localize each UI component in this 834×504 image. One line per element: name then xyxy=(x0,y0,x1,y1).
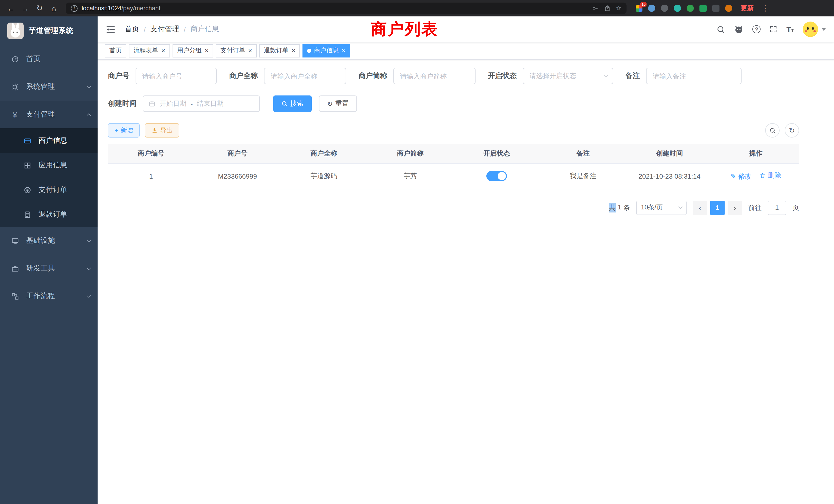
sidebar-item-home[interactable]: 首页 xyxy=(0,45,97,73)
filter-row-1: 商户号 商户全称 商户简称 开启状态 请选择开启状态 xyxy=(108,68,799,84)
app-title: 芋道管理系统 xyxy=(29,26,73,36)
github-icon[interactable] xyxy=(734,24,744,34)
goto-page-input[interactable] xyxy=(768,201,786,215)
sidebar-item-label: 系统管理 xyxy=(26,82,55,91)
edit-link[interactable]: ✎ 修改 xyxy=(730,172,751,181)
sidebar-item-label: 应用信息 xyxy=(39,161,67,170)
user-avatar[interactable] xyxy=(803,22,818,37)
export-button-label: 导出 xyxy=(160,126,173,135)
sidebar: 芋道管理系统 首页 系统管理 ¥ 支付管理 xyxy=(0,17,97,504)
tab-user-group[interactable]: 用户分组 × xyxy=(172,44,213,57)
add-button-label: 新增 xyxy=(121,126,133,135)
breadcrumb-payment[interactable]: 支付管理 xyxy=(151,25,179,34)
search-icon[interactable] xyxy=(717,25,725,33)
close-icon[interactable]: × xyxy=(292,47,295,54)
extension-icon-green-square[interactable] xyxy=(699,4,707,12)
address-bar[interactable]: i localhost:1024/pay/merchant ☆ xyxy=(66,3,627,14)
column-header-remark: 备注 xyxy=(540,144,627,163)
right-toolbar: ↻ xyxy=(765,123,799,138)
breadcrumb-home[interactable]: 首页 xyxy=(125,25,139,34)
close-icon[interactable]: × xyxy=(342,47,346,54)
status-toggle[interactable] xyxy=(486,171,507,181)
font-size-icon[interactable]: TT xyxy=(787,25,794,33)
sidebar-item-app-info[interactable]: 应用信息 xyxy=(0,153,97,178)
chevron-down-icon xyxy=(678,205,683,209)
cell-merchant-no: M233666999 xyxy=(194,163,281,189)
page-1-button[interactable]: 1 xyxy=(710,201,725,215)
sidebar-item-dev-tools[interactable]: 研发工具 xyxy=(0,255,97,282)
export-button[interactable]: 导出 xyxy=(145,123,179,138)
browser-forward-icon[interactable]: → xyxy=(19,2,32,15)
page-size-select[interactable]: 10条/页 xyxy=(636,201,687,215)
fullscreen-icon[interactable] xyxy=(770,25,778,33)
bookmark-star-icon[interactable]: ☆ xyxy=(616,5,621,12)
add-button[interactable]: + 新增 xyxy=(108,123,140,138)
app: 芋道管理系统 首页 系统管理 ¥ 支付管理 xyxy=(0,17,834,504)
browser-menu-icon[interactable]: ⋮ xyxy=(759,2,772,15)
sidebar-item-system[interactable]: 系统管理 xyxy=(0,73,97,100)
tab-label: 支付订单 xyxy=(220,46,245,55)
toggle-search-icon[interactable] xyxy=(765,123,780,138)
full-name-input[interactable] xyxy=(264,68,346,84)
extension-icon-blue[interactable] xyxy=(648,4,656,12)
reset-button-label: 重置 xyxy=(335,99,349,108)
tab-merchant-info[interactable]: 商户信息 × xyxy=(303,44,350,57)
tab-refund-orders[interactable]: 退款订单 × xyxy=(259,44,300,57)
browser-update-button[interactable]: 更新 xyxy=(741,4,754,13)
logo-rabbit-icon xyxy=(7,23,24,39)
sidebar-toggle-icon[interactable] xyxy=(106,24,115,34)
next-page-button[interactable]: › xyxy=(728,201,742,215)
remark-input[interactable] xyxy=(646,68,742,84)
tab-process-form[interactable]: 流程表单 × xyxy=(129,44,170,57)
profile-avatar-icon[interactable] xyxy=(725,4,733,12)
help-icon[interactable]: ? xyxy=(753,25,761,33)
sidebar-item-label: 支付订单 xyxy=(39,185,67,194)
site-info-icon[interactable]: i xyxy=(71,5,78,12)
short-name-input[interactable] xyxy=(393,68,476,84)
extension-icon-gray[interactable] xyxy=(660,4,668,12)
tab-home[interactable]: 首页 xyxy=(105,44,126,57)
sidebar-item-label: 基础设施 xyxy=(26,236,55,245)
avatar-caret-icon[interactable] xyxy=(822,28,826,30)
logo[interactable]: 芋道管理系统 xyxy=(0,17,97,45)
merchant-no-input[interactable] xyxy=(136,68,217,84)
filter-create-time: 创建时间 开始日期 - 结束日期 xyxy=(108,95,260,112)
date-range-picker[interactable]: 开始日期 - 结束日期 xyxy=(143,95,260,112)
share-icon[interactable] xyxy=(604,5,611,12)
column-header-create-time: 创建时间 xyxy=(626,144,713,163)
sidebar-item-workflow[interactable]: 工作流程 xyxy=(0,282,97,310)
sidebar-item-merchant-info[interactable]: 商户信息 xyxy=(0,128,97,153)
browser-back-icon[interactable]: ← xyxy=(4,2,18,15)
document-icon xyxy=(23,211,32,219)
close-icon[interactable]: × xyxy=(248,47,252,54)
url-path: /pay/merchant xyxy=(122,5,160,12)
delete-link[interactable]: 删除 xyxy=(760,171,781,180)
pagination: 共 1 条 10条/页 ‹ 1 › 前往 页 xyxy=(108,201,799,215)
sidebar-item-payment[interactable]: ¥ 支付管理 xyxy=(0,100,97,128)
pager: ‹ 1 › xyxy=(693,201,742,215)
filter-label: 创建时间 xyxy=(108,99,137,108)
extension-icon-colorful[interactable]: 10 xyxy=(635,4,643,12)
navbar-actions: ? TT xyxy=(717,22,826,37)
sidebar-item-pay-orders[interactable]: 支付订单 xyxy=(0,178,97,202)
prev-page-button[interactable]: ‹ xyxy=(693,201,707,215)
refresh-table-icon[interactable]: ↻ xyxy=(785,123,799,138)
tab-label: 流程表单 xyxy=(133,46,158,55)
browser-home-icon[interactable]: ⌂ xyxy=(47,2,61,15)
extension-icon-dark[interactable] xyxy=(712,4,720,12)
password-key-icon[interactable] xyxy=(592,5,599,12)
extension-icon-green-circle[interactable] xyxy=(686,4,694,12)
close-icon[interactable]: × xyxy=(205,47,208,54)
url-host: localhost:1024 xyxy=(82,5,122,12)
tab-pay-orders[interactable]: 支付订单 × xyxy=(216,44,257,57)
chevron-down-icon xyxy=(87,238,91,242)
browser-reload-icon[interactable]: ↻ xyxy=(33,2,46,15)
reset-button[interactable]: ↻ 重置 xyxy=(319,95,357,112)
sidebar-item-infrastructure[interactable]: 基础设施 xyxy=(0,227,97,255)
filter-label: 商户全称 xyxy=(229,71,258,81)
close-icon[interactable]: × xyxy=(161,47,165,54)
extension-icon-teal[interactable] xyxy=(673,4,681,12)
status-select[interactable]: 请选择开启状态 xyxy=(523,68,613,84)
search-button[interactable]: 搜索 xyxy=(273,95,312,112)
sidebar-item-refund-orders[interactable]: 退款订单 xyxy=(0,202,97,227)
